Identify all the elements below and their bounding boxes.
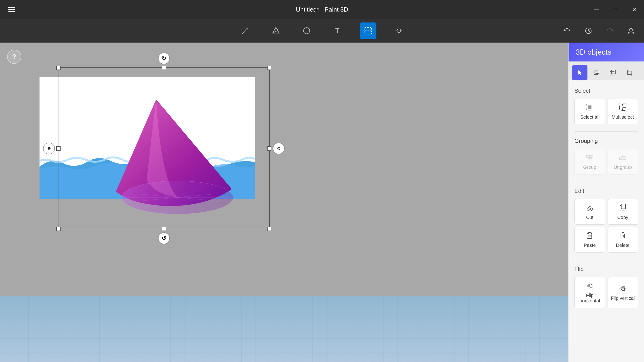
svg-point-35 [587, 208, 589, 210]
depth-handle-right[interactable]: ⊙ [273, 143, 284, 154]
paste-button[interactable]: Paste [574, 227, 605, 253]
canvas-area[interactable]: ? ↻ ↺ ⊕ ⊙ [0, 42, 568, 362]
svg-rect-22 [610, 71, 614, 75]
select-all-label: Select all [580, 114, 599, 120]
titlebar: Untitled* - Paint 3D — □ ✕ [0, 0, 644, 19]
svg-line-38 [590, 206, 592, 208]
copy-icon [619, 204, 626, 213]
paste-icon [586, 232, 594, 241]
tab-select[interactable] [572, 65, 588, 80]
help-button[interactable]: ? [7, 50, 21, 64]
svg-rect-14 [0, 296, 568, 362]
tab-3d-select[interactable] [589, 65, 604, 80]
svg-rect-28 [623, 104, 626, 107]
svg-rect-33 [620, 157, 622, 160]
cut-button[interactable]: Cut [574, 199, 605, 225]
selection-tool[interactable] [360, 22, 376, 39]
svg-rect-30 [623, 107, 626, 110]
flip-vertical-button[interactable]: Flip vertical [608, 277, 638, 308]
svg-rect-34 [623, 157, 626, 160]
divider-2 [574, 182, 638, 182]
svg-rect-23 [612, 70, 615, 74]
selection-box: ↻ ↺ ⊕ ⊙ [58, 67, 270, 229]
grouping-buttons: Group Ungroup [574, 149, 638, 174]
delete-button[interactable]: Delete [608, 227, 638, 253]
flip-section-label: Flip [574, 266, 638, 272]
handle-top-middle[interactable] [162, 66, 166, 70]
profile-button[interactable] [623, 22, 639, 39]
svg-rect-24 [628, 72, 631, 74]
ground-area [0, 296, 568, 362]
toolbar-right [559, 22, 639, 39]
multiselect-icon [619, 103, 626, 113]
divider-1 [574, 131, 638, 132]
2d-shapes-tool[interactable] [298, 22, 315, 39]
maximize-button[interactable]: □ [606, 0, 625, 19]
copy-button[interactable]: Copy [608, 199, 638, 225]
tab-duplicate[interactable] [605, 65, 620, 80]
copy-label: Copy [617, 215, 628, 220]
svg-rect-43 [587, 233, 592, 239]
grouping-section-label: Grouping [574, 138, 638, 144]
grid-svg [0, 296, 568, 362]
handle-middle-right[interactable] [267, 146, 271, 151]
delete-icon [619, 232, 626, 241]
flip-buttons: Flip horizontal Flip vertical [574, 277, 638, 308]
right-panel: 3D objects [568, 42, 644, 362]
ungroup-button[interactable]: Ungroup [608, 149, 638, 174]
flip-horizontal-button[interactable]: Flip horizontal [574, 277, 605, 308]
panel-header: 3D objects [568, 42, 644, 61]
ungroup-label: Ungroup [614, 165, 632, 170]
multiselect-button[interactable]: Multiselect [608, 99, 638, 124]
tab-crop[interactable] [622, 65, 637, 80]
brushes-tool[interactable] [237, 22, 254, 39]
group-icon [586, 153, 594, 163]
rotate-handle-bottom[interactable]: ↺ [158, 232, 170, 244]
group-button[interactable]: Group [574, 149, 605, 174]
svg-rect-27 [620, 104, 622, 107]
svg-point-36 [590, 208, 593, 210]
panel-title: 3D objects [576, 48, 611, 56]
close-button[interactable]: ✕ [625, 0, 644, 19]
redo-button[interactable] [602, 22, 618, 39]
effects-tool[interactable] [390, 22, 407, 39]
divider-3 [574, 260, 638, 260]
hamburger-menu[interactable] [5, 2, 19, 16]
minimize-button[interactable]: — [587, 0, 606, 19]
handle-bottom-left[interactable] [56, 227, 60, 231]
history-button[interactable] [580, 22, 597, 39]
group-label: Group [583, 165, 596, 170]
3d-shapes-tool[interactable] [268, 22, 284, 39]
svg-rect-49 [621, 234, 624, 238]
text-tool[interactable]: T [329, 22, 346, 39]
select-all-button[interactable]: Select all [574, 99, 605, 124]
svg-line-37 [588, 206, 590, 208]
toolbar: T [0, 19, 644, 42]
flip-horizontal-label: Flip horizontal [577, 293, 602, 304]
window-controls: — □ ✕ [587, 0, 644, 19]
cut-icon [586, 204, 594, 213]
handle-bottom-middle[interactable] [162, 227, 166, 231]
flip-horizontal-icon [586, 282, 594, 291]
edit-section-label: Edit [574, 188, 638, 194]
handle-top-left[interactable] [56, 66, 60, 70]
edit-buttons: Cut Copy [574, 199, 638, 253]
svg-point-3 [304, 28, 310, 34]
handle-bottom-right[interactable] [267, 227, 271, 231]
paste-label: Paste [584, 243, 596, 248]
rotate-handle-top[interactable]: ↻ [158, 52, 170, 64]
svg-rect-29 [620, 107, 622, 110]
svg-rect-20 [594, 71, 598, 74]
svg-rect-26 [588, 105, 592, 109]
svg-rect-41 [621, 204, 626, 209]
multiselect-label: Multiselect [612, 114, 634, 120]
handle-top-right[interactable] [267, 66, 271, 70]
select-all-icon [586, 103, 594, 113]
depth-handle-left[interactable]: ⊕ [43, 143, 55, 154]
handle-middle-left[interactable] [56, 146, 60, 151]
svg-point-13 [630, 28, 632, 31]
flip-vertical-label: Flip vertical [611, 296, 635, 301]
svg-point-7 [397, 29, 401, 33]
undo-button[interactable] [559, 22, 576, 39]
select-section-label: Select [574, 87, 638, 94]
